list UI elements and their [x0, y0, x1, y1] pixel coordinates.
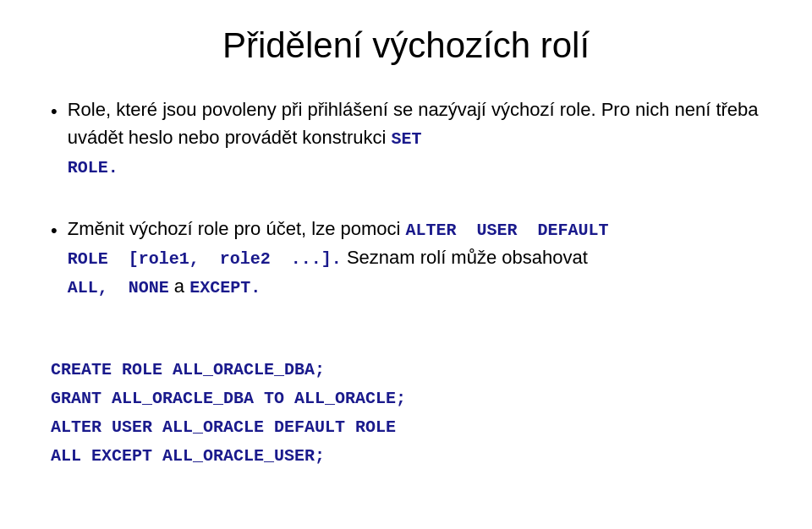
code-line-1: CREATE ROLE ALL_ORACLE_DBA;: [51, 356, 761, 384]
code-set: SET: [392, 129, 422, 149]
page-title: Přidělení výchozích rolí: [51, 25, 761, 66]
code-role-bracket: ROLE [role1, role2 ...].: [68, 249, 342, 269]
bullet-marker-2: •: [51, 216, 58, 244]
bullet-text-2: Změnit výchozí role pro účet, lze pomoci…: [68, 215, 609, 301]
code-block: CREATE ROLE ALL_ORACLE_DBA; GRANT ALL_OR…: [51, 356, 761, 471]
code-line-2: GRANT ALL_ORACLE_DBA TO ALL_ORACLE;: [51, 384, 761, 413]
code-except: EXCEPT.: [189, 278, 261, 297]
code-line-4: ALL EXCEPT ALL_ORACLE_USER;: [51, 442, 761, 471]
bullet-marker-1: •: [51, 97, 58, 125]
code-line-3: ALTER USER ALL_ORACLE DEFAULT ROLE: [51, 413, 761, 442]
code-alter-user-default: ALTER USER DEFAULT: [406, 221, 609, 240]
bullet-item-2: • Změnit výchozí role pro účet, lze pomo…: [51, 215, 761, 301]
bullet-text-1: Role, které jsou povoleny při přihlášení…: [68, 95, 761, 181]
bullet-item-1: • Role, které jsou povoleny při přihláše…: [51, 95, 761, 181]
code-all-none: ALL, NONE: [68, 278, 169, 297]
code-role-1: ROLE.: [68, 158, 118, 177]
